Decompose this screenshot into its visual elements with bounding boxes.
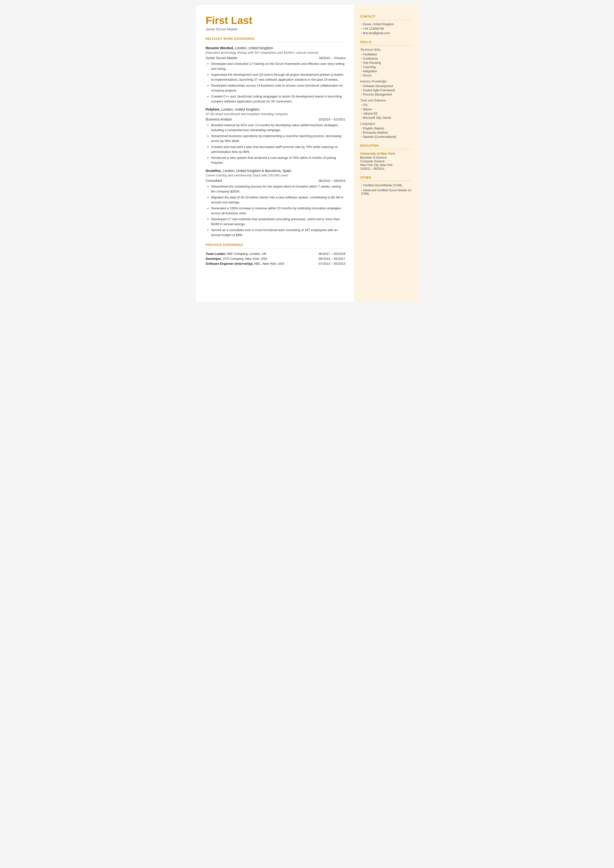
other-item-1: Certified ScrumMaster (CSM). (360, 183, 412, 187)
bullet-2-2: Streamlined business operations by imple… (211, 134, 346, 143)
bullet-1-3: Developed relationships across 14 busine… (211, 83, 346, 93)
other-label: OTHER (360, 176, 412, 179)
prev-company-2: Developer, XYZ Company, New York, USA (206, 257, 267, 261)
edu-school: University of New York (360, 152, 412, 155)
bullet-1-4: Created C++ and JavaScript coding langua… (211, 94, 346, 104)
education-section: EDUCATION University of New York Bachelo… (360, 144, 412, 171)
education-label: EDUCATION (360, 144, 412, 148)
skill-jakarta: Jakarta EE (360, 112, 412, 115)
bullets-2: Boosted revenue by 91% over 13 months by… (206, 123, 346, 165)
divider-previous (206, 248, 346, 248)
divider-contact (360, 20, 412, 20)
company-location-2: London, United Kingdom (221, 107, 259, 111)
resume-container: First Last Junior Scrum Master RELEVANT … (196, 5, 419, 302)
company-name-1: Resume Worded, (206, 46, 234, 50)
job-title-header: Junior Scrum Master (206, 27, 346, 31)
company-location-3: London, United Kingdom & Barcelona, Spai… (223, 169, 291, 173)
contact-item-2: +44 123456789 (360, 27, 412, 30)
job-title-2: Business Analyst (206, 117, 232, 121)
contact-label: CONTACT (360, 15, 412, 18)
job-row-3: Consultant 06/2018 – 09/2019 (206, 179, 346, 183)
job-row-1: Junior Scrum Master 08/2021 – Present (206, 56, 346, 60)
skill-mssql: Microsoft SQL Server (360, 116, 412, 120)
job-row-2: Business Analyst 10/2019 – 07/2021 (206, 117, 346, 121)
skill-facilitation: Facilitation (360, 53, 412, 56)
company-desc-1: Education technology startup with 50+ em… (206, 51, 346, 54)
company-desc-2: NYSE-listed recruitment and employer bra… (206, 112, 346, 116)
technical-skills-label: Technical Skills: (360, 48, 412, 51)
prev-dates-2: 06/2016 – 05/2017 (318, 257, 345, 261)
prev-row-2: Developer, XYZ Company, New York, USA 06… (206, 257, 346, 261)
skill-itil: ITIL (360, 103, 412, 107)
prev-dates-1: 06/2017 – 05/2018 (318, 252, 345, 256)
skill-scrum: Scrum (360, 74, 412, 77)
divider-relevant (206, 42, 346, 42)
prev-dates-3: 07/2014 – 05/2015 (318, 262, 345, 266)
divider-other (360, 181, 412, 181)
bullet-3-5: Served as a consultant over a cross-func… (211, 228, 346, 237)
edu-degree: Bachelor of Science (360, 156, 412, 159)
prev-role-rest-3: ABC, New York, USA (253, 262, 284, 266)
company-location-1: London, United Kingdom (235, 46, 273, 50)
company-desc-3: Career training and membership SaaS with… (206, 174, 346, 177)
other-item-2: Advanced Certified Scrum Master (A-CSM). (360, 189, 412, 196)
contact-item-1: Essex, United Kingdom (360, 23, 412, 26)
edu-location: New York City, New York (360, 163, 412, 167)
prev-row-3: Software Engineer (Internship), ABC, New… (206, 262, 346, 266)
edu-dates: 10/2011 - 06/2014 (360, 167, 412, 171)
bullet-1-1: Developed and conducted 17 training on t… (211, 61, 346, 71)
left-column: First Last Junior Scrum Master RELEVANT … (196, 5, 354, 302)
bullet-3-4: Developed 17 new methods that streamline… (211, 217, 346, 227)
skill-coaching: Coaching (360, 65, 412, 69)
industry-knowledge-label: Industry Knowledge: (360, 80, 412, 83)
bullet-2-4: Introduced a new system that achieved a … (211, 155, 346, 165)
bullet-3-2: Migrated the data of 2K Growthsi clients… (211, 195, 346, 205)
job-dates-1: 08/2021 – Present (319, 56, 345, 60)
company-resumeworded: Resume Worded, London, United Kingdom (206, 46, 346, 50)
contact-item-3: first.last@gmail.com (360, 31, 412, 35)
relevant-work-label: RELEVANT WORK EXPERIENCE (206, 37, 346, 40)
skill-english: English (Native) (360, 127, 412, 130)
contact-section: CONTACT Essex, United Kingdom +44 123456… (360, 15, 412, 35)
company-polyhire: Polyhire, London, United Kingdom (206, 107, 346, 112)
company-name-3: Growthsi, (206, 169, 222, 173)
prev-role-bold-2: Developer, (206, 257, 222, 261)
tools-label: Tools and Software: (360, 99, 412, 102)
company-name-2: Polyhire, (206, 107, 220, 111)
job-title-1: Junior Scrum Master (206, 56, 238, 60)
skill-test-planning: Test Planning (360, 61, 412, 65)
skill-scaled-agile: Scaled Agile Framework (360, 89, 412, 92)
prev-role-rest-1: ABC Company, London, UK (226, 252, 267, 256)
job-dates-3: 06/2018 – 09/2019 (318, 179, 345, 183)
skill-confluence: Confluence (360, 57, 412, 61)
skills-label: SKILLS (360, 40, 412, 44)
skills-section: SKILLS Technical Skills: Facilitation Co… (360, 40, 412, 138)
job-dates-2: 10/2019 – 07/2021 (318, 118, 345, 121)
skill-maven: Maven (360, 108, 412, 111)
languages-label: Languages: (360, 122, 412, 126)
name: First Last (206, 15, 346, 26)
bullets-1: Developed and conducted 17 training on t… (206, 61, 346, 104)
prev-row-1: Team Leader, ABC Company, London, UK 06/… (206, 252, 346, 256)
edu-field: Computer Science (360, 160, 412, 163)
skill-romanian: Romanian (Native) (360, 131, 412, 134)
bullet-1-2: Supervised the development and QA teams … (211, 72, 346, 82)
prev-role-bold-3: Software Engineer (Internship), (206, 262, 253, 266)
skill-software-dev: Software Development (360, 84, 412, 88)
skill-spanish: Spanish (Conversational) (360, 135, 412, 138)
bullet-2-1: Boosted revenue by 91% over 13 months by… (211, 123, 346, 132)
skill-integration: Integration (360, 70, 412, 73)
bullets-3: Streamlined the scheduling process for t… (206, 184, 346, 237)
prev-company-1: Team Leader, ABC Company, London, UK (206, 252, 267, 256)
skill-process-mgmt: Process Management (360, 93, 412, 96)
prev-role-rest-2: XYZ Company, New York, USA (222, 257, 267, 261)
other-section: OTHER Certified ScrumMaster (CSM). Advan… (360, 176, 412, 196)
company-growthsi: Growthsi, London, United Kingdom & Barce… (206, 169, 346, 173)
prev-company-3: Software Engineer (Internship), ABC, New… (206, 262, 285, 266)
bullet-3-3: Generated a 150% increase in revenue wit… (211, 206, 346, 216)
bullet-2-3: Created and executed a plan that decreas… (211, 144, 346, 154)
job-title-3: Consultant (206, 179, 222, 183)
previous-exp-label: PREVIOUS EXPERIENCE (206, 243, 346, 247)
prev-role-bold-1: Team Leader, (206, 252, 226, 256)
bullet-3-1: Streamlined the scheduling process for t… (211, 184, 346, 194)
